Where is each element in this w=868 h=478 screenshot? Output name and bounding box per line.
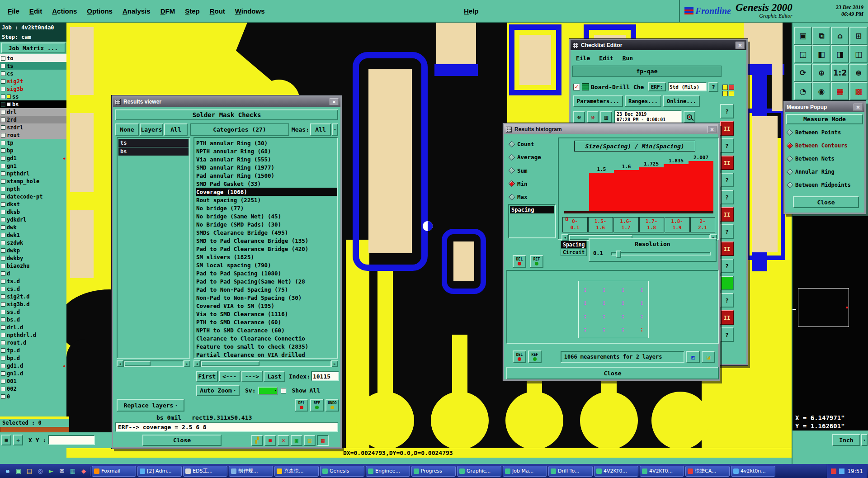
checklist-menu-item[interactable]: Edit <box>599 55 613 62</box>
taskbar-task-button[interactable]: Progress <box>411 466 456 477</box>
layer-row[interactable]: npthdrl.d <box>0 331 66 339</box>
layer-checkbox[interactable] <box>1 333 5 337</box>
scroll-thumb[interactable] <box>201 361 259 366</box>
toolbar-icon-button[interactable]: ◱ <box>794 45 812 63</box>
units-dropdown-arrow[interactable]: ▾ <box>861 434 868 446</box>
menu-item[interactable]: Edit <box>24 5 47 17</box>
checklist-status-cell[interactable]: ? <box>720 327 734 342</box>
resolution-slider[interactable] <box>611 252 711 256</box>
toolbar-icon-button[interactable]: ◧ <box>812 45 830 63</box>
layer-checkbox[interactable] <box>1 118 5 122</box>
toolbar-icon-button[interactable]: ⟳ <box>794 64 812 82</box>
show-all-checkbox[interactable] <box>281 388 286 393</box>
layer-row[interactable]: bs.d <box>0 316 66 323</box>
toolbar-icon-button[interactable]: ⊛ <box>849 64 868 82</box>
category-row[interactable]: SM local spacing (790) <box>196 261 337 269</box>
erf-value-field[interactable]: Std (Mils) <box>668 82 707 91</box>
layer-checkbox[interactable] <box>1 102 5 107</box>
filter-none-button[interactable]: None <box>115 123 139 136</box>
layer-checkbox[interactable] <box>1 387 5 391</box>
layer-checkbox[interactable] <box>1 218 5 222</box>
auto-zoom-button[interactable]: Auto Zoom▾ <box>196 385 240 396</box>
overview-panel[interactable]: X = 6.147971" Y = 1.162601" <box>793 216 868 431</box>
layer-checkbox[interactable] <box>1 264 5 268</box>
quicklaunch-icon[interactable]: ▤ <box>25 467 34 476</box>
layer-checkbox[interactable] <box>1 194 5 199</box>
taskbar-task-button[interactable]: 4v2kt0n... <box>731 466 775 477</box>
layer-row[interactable]: tp.d <box>0 346 66 354</box>
close-icon[interactable]: ✕ <box>736 42 745 49</box>
layer-checkbox[interactable] <box>1 141 5 145</box>
marker-icon[interactable]: ◼ <box>264 435 276 446</box>
category-row[interactable]: Clearance to Clearance Connectio <box>196 334 337 342</box>
del-button[interactable]: DEL <box>295 399 308 412</box>
layer-row[interactable]: sig2t <box>0 77 66 85</box>
checklist-status-cell[interactable]: II <box>720 207 734 222</box>
category-row[interactable]: Feature too small to check (2835) <box>196 342 337 350</box>
histogram-titlebar[interactable]: Results histogram ✕ <box>504 124 718 134</box>
toolbar-icon-button[interactable]: ⧉ <box>812 27 830 45</box>
toolbar-icon-button[interactable]: ▣ <box>794 27 812 45</box>
layer-checkbox[interactable] <box>1 364 5 368</box>
scroll-left-icon[interactable]: ◄ <box>561 234 568 241</box>
checklist-status-cell[interactable]: ? <box>720 190 734 204</box>
layer-row[interactable]: dwk <box>0 223 66 231</box>
checklist-status-cell[interactable]: ? <box>720 138 734 153</box>
layer-row[interactable]: npthdrl <box>0 170 66 177</box>
run-tool-icon[interactable]: ⚒ <box>573 111 585 123</box>
layer-checkbox[interactable] <box>1 125 5 130</box>
toolbar-icon-button[interactable]: ◉ <box>812 82 830 100</box>
category-row[interactable]: SMD Pad Gasket (33) <box>196 180 337 188</box>
category-row[interactable]: No bridge (77) <box>196 204 337 212</box>
layer-checkbox[interactable] <box>1 241 5 245</box>
layer-row[interactable]: npth <box>0 185 66 193</box>
layer-row[interactable]: to <box>0 54 66 62</box>
toolbar-icon-button[interactable]: ◨ <box>831 45 849 63</box>
category-row[interactable]: NPTH to SMD Clearance (60) <box>196 326 337 334</box>
layer-row[interactable]: 2rd <box>0 116 66 123</box>
layer-checkbox[interactable] <box>1 210 5 214</box>
layer-checkbox[interactable] <box>1 256 5 260</box>
close-icon[interactable]: ✕ <box>330 98 339 105</box>
undo-button[interactable]: UNDO <box>326 399 339 412</box>
layer-row[interactable]: rout <box>0 131 66 139</box>
layer-checkbox[interactable] <box>1 379 5 383</box>
layer-row[interactable]: bs <box>0 100 66 108</box>
units-button[interactable]: Inch <box>832 434 860 446</box>
checklist-status-cell[interactable]: II <box>720 156 734 170</box>
layer-checkbox[interactable] <box>1 156 5 161</box>
toolbar-icon-button[interactable]: ⊞ <box>849 27 868 45</box>
action-checkbox[interactable]: ✓ <box>573 84 580 90</box>
layer-checkbox[interactable] <box>1 302 5 307</box>
erf-button[interactable]: ERF: <box>648 82 666 91</box>
checklist-status-cell[interactable]: ? <box>720 173 734 187</box>
measurement-preview[interactable]: :::::::::::::::: <box>506 270 719 344</box>
stat-option[interactable]: Sum <box>509 167 556 174</box>
results-layer-row[interactable]: ts <box>118 139 189 147</box>
layer-row[interactable]: rout.d <box>0 339 66 346</box>
ref-button[interactable]: REF <box>310 399 324 412</box>
help-button[interactable]: ? <box>708 82 718 92</box>
ranges-button[interactable]: Ranges... <box>625 95 661 107</box>
scroll-right-icon[interactable]: ► <box>331 360 338 367</box>
taskbar-task-button[interactable]: Foxmail <box>92 466 136 477</box>
layer-checkbox[interactable] <box>1 356 5 360</box>
taskbar-task-button[interactable]: 制作规... <box>229 466 273 477</box>
layer-checkbox[interactable] <box>1 271 5 276</box>
layer-row[interactable]: stamp_hole <box>0 177 66 185</box>
layer-row[interactable]: datecode-pt <box>0 193 66 200</box>
del-button[interactable]: DEL <box>513 255 526 268</box>
quicklaunch-icon[interactable]: ▣ <box>14 467 23 476</box>
layer-row[interactable]: 0 <box>0 393 66 400</box>
layer-row[interactable]: 002 <box>0 385 66 393</box>
last-button[interactable]: Last <box>264 371 285 382</box>
quicklaunch-icon[interactable]: ✉ <box>57 467 66 476</box>
layer-checkbox[interactable] <box>1 56 5 61</box>
category-row[interactable]: Pad to Pad Clearance Bridge (420) <box>196 245 337 253</box>
category-row[interactable]: Via to SMD Clearance (1116) <box>196 310 337 318</box>
quicklaunch-icon[interactable]: ▦ <box>68 467 77 476</box>
tray-network-icon[interactable] <box>839 469 844 474</box>
menu-item[interactable]: Rout <box>205 5 230 17</box>
category-row[interactable]: Partial Clearance on VIA drilled <box>196 350 337 359</box>
taskbar-task-button[interactable]: Enginee... <box>366 466 410 477</box>
